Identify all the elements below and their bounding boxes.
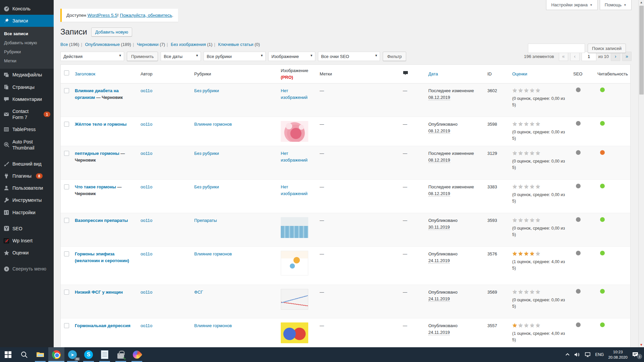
author-link[interactable]: oo11o xyxy=(141,122,152,127)
notepad-button[interactable] xyxy=(97,347,113,362)
chrome-button[interactable] xyxy=(48,347,64,362)
sidebar-item-settings[interactable]: Настройки xyxy=(0,206,54,219)
submenu-tags[interactable]: Метки xyxy=(0,56,54,65)
category-link[interactable]: Без рубрики xyxy=(194,88,219,93)
post-title-link[interactable]: пептидные гормоны xyxy=(75,151,119,156)
sort-ratings-header[interactable]: Оценки xyxy=(512,71,527,76)
scroll-down-arrow-icon[interactable]: ▼ xyxy=(639,343,644,347)
sidebar-item-contact-form-7[interactable]: Contact Form 7 1 xyxy=(0,105,54,123)
action-center-button[interactable]: 3 xyxy=(632,352,641,358)
view-all-link[interactable]: Все xyxy=(60,42,68,47)
sidebar-collapse-menu[interactable]: Свернуть меню xyxy=(0,263,54,275)
author-link[interactable]: oo11o xyxy=(141,323,152,328)
vertical-scrollbar[interactable]: ▲ ▼ xyxy=(638,0,644,347)
sidebar-item-tools[interactable]: Инструменты xyxy=(0,194,54,206)
view-cornerstone-link[interactable]: Ключевые статьи xyxy=(218,42,253,47)
no-image-link[interactable]: Нет изображений xyxy=(281,88,308,100)
category-link[interactable]: Без рубрики xyxy=(194,184,219,189)
row-checkbox[interactable] xyxy=(64,88,69,93)
star-rating[interactable]: ★★★★★ xyxy=(512,87,567,93)
row-checkbox[interactable] xyxy=(64,122,69,127)
sidebar-item-media[interactable]: Медиафайлы xyxy=(0,69,54,81)
view-drafts-link[interactable]: Черновики xyxy=(137,42,159,47)
taskbar-search-button[interactable] xyxy=(16,347,32,362)
add-new-post-button[interactable]: Добавить новую xyxy=(91,27,132,37)
post-thumbnail[interactable] xyxy=(281,289,308,310)
filter-button[interactable]: Фильтр xyxy=(383,52,406,61)
sidebar-item-plugins[interactable]: Плагины 8 xyxy=(0,170,54,182)
file-explorer-button[interactable] xyxy=(32,347,48,362)
sidebar-item-seo[interactable]: SEO xyxy=(0,223,54,235)
category-link[interactable]: Влияние гормонов xyxy=(194,323,232,328)
post-title-link[interactable]: Жёлтое тело и гормоны xyxy=(75,122,126,127)
sidebar-item-users[interactable]: Пользователи xyxy=(0,182,54,194)
categories-select[interactable]: Все рубрики xyxy=(204,52,266,61)
submenu-add-new[interactable]: Добавить новую xyxy=(0,38,54,47)
star-rating[interactable]: ★★★★★ xyxy=(512,184,567,189)
star-rating[interactable]: ★★★★★ xyxy=(512,150,567,156)
sidebar-item-posts[interactable]: Записи xyxy=(0,15,54,27)
clock[interactable]: 10:23 20.08.2020 xyxy=(608,349,628,360)
skype-button[interactable]: S xyxy=(80,347,97,362)
view-published-link[interactable]: Опубликованные xyxy=(85,42,120,47)
star-rating[interactable]: ★★★★★ xyxy=(512,251,567,256)
network-icon[interactable] xyxy=(585,352,591,357)
sort-date-header[interactable]: Дата xyxy=(428,71,438,76)
language-indicator[interactable]: ENG xyxy=(595,352,604,357)
star-rating[interactable]: ★★★★★ xyxy=(512,289,567,295)
author-link[interactable]: oo11o xyxy=(141,151,152,156)
image-select[interactable]: Изображение xyxy=(268,52,315,61)
help-button[interactable]: Помощь ▼ xyxy=(600,0,632,10)
sidebar-item-wp-insert[interactable]: Wp Insert xyxy=(0,235,54,247)
sidebar-item-tablepress[interactable]: TablePress xyxy=(0,123,54,135)
sort-title-header[interactable]: Заголовок xyxy=(75,71,95,76)
sidebar-item-auto-post-thumbnail[interactable]: Auto Post Thumbnail xyxy=(0,136,54,154)
post-thumbnail[interactable] xyxy=(281,322,308,343)
telegram-button[interactable]: ➤ 39 xyxy=(64,347,80,362)
prev-page-button[interactable]: ‹ xyxy=(570,52,580,61)
star-rating[interactable]: ★★★★★ xyxy=(512,322,567,328)
sidebar-item-dashboard[interactable]: Консоль xyxy=(0,3,54,15)
submenu-all-posts[interactable]: Все записи xyxy=(0,29,54,38)
first-page-button[interactable]: « xyxy=(559,52,568,61)
category-link[interactable]: Влияние гормонов xyxy=(194,251,232,256)
post-title-link[interactable]: Гормональная депрессия xyxy=(75,323,130,328)
post-thumbnail[interactable] xyxy=(281,217,308,238)
seo-score-select[interactable]: Все очки SEO xyxy=(318,52,380,61)
row-checkbox[interactable] xyxy=(64,290,69,295)
no-image-link[interactable]: Нет изображений xyxy=(281,151,308,163)
scroll-up-arrow-icon[interactable]: ▲ xyxy=(639,1,644,4)
post-thumbnail[interactable] xyxy=(281,251,308,276)
author-link[interactable]: oo11o xyxy=(141,251,152,256)
no-image-link[interactable]: Нет изображений xyxy=(281,184,308,196)
security-app-button[interactable] xyxy=(113,347,129,362)
wordpress-version-link[interactable]: WordPress 5.5 xyxy=(88,13,117,18)
author-link[interactable]: oo11o xyxy=(141,290,152,295)
sidebar-item-pages[interactable]: Страницы xyxy=(0,81,54,93)
sidebar-item-comments[interactable]: Комментарии xyxy=(0,93,54,105)
submenu-categories[interactable]: Рубрики xyxy=(0,47,54,56)
scrollbar-thumb[interactable] xyxy=(639,6,644,95)
category-link[interactable]: Препараты xyxy=(194,218,217,223)
sidebar-item-ratings[interactable]: Оценки xyxy=(0,247,54,259)
sidebar-item-appearance[interactable]: Внешний вид xyxy=(0,158,54,170)
last-page-button[interactable]: » xyxy=(622,52,632,61)
row-checkbox[interactable] xyxy=(64,184,69,189)
post-title-link[interactable]: Что такое гормоны xyxy=(75,184,116,189)
tray-expand-chevron-icon[interactable] xyxy=(565,352,570,357)
post-title-link[interactable]: Гормоны эпифиза (мелатонин и серотонин) xyxy=(75,251,129,263)
post-thumbnail[interactable] xyxy=(281,121,308,142)
volume-icon[interactable] xyxy=(574,352,580,357)
row-checkbox[interactable] xyxy=(64,323,69,328)
next-page-button[interactable]: › xyxy=(611,52,620,61)
author-link[interactable]: oo11o xyxy=(141,184,152,189)
author-link[interactable]: oo11o xyxy=(141,218,152,223)
category-link[interactable]: Без рубрики xyxy=(194,151,219,156)
star-rating[interactable]: ★★★★★ xyxy=(512,121,567,127)
dates-select[interactable]: Все даты xyxy=(161,52,201,61)
star-rating[interactable]: ★★★★★ xyxy=(512,217,567,223)
post-title-link[interactable]: Низкий ФСГ у женщин xyxy=(75,290,123,295)
select-all-checkbox[interactable] xyxy=(64,70,69,75)
apply-button[interactable]: Применить xyxy=(127,52,158,61)
please-update-link[interactable]: Пожалуйста, обновитесь xyxy=(120,13,172,18)
